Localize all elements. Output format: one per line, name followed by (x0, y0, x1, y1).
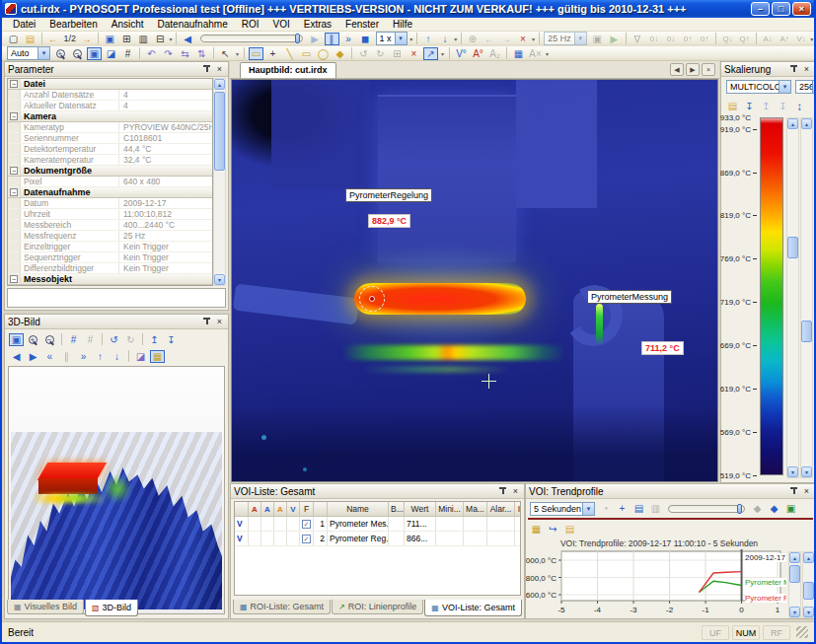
trend-jump-icon[interactable]: ↪ (546, 523, 560, 536)
minimize-button[interactable]: – (751, 2, 770, 16)
parameter-row[interactable]: Kameratyp PYROVIEW 640NC/25HZ/17 X13 (8, 122, 212, 133)
detach-left-icon[interactable]: ← (482, 33, 496, 45)
visibility-checkbox[interactable]: ✓ (302, 520, 311, 529)
parameter-row[interactable]: Messbereich 400...2440 °C (8, 220, 212, 231)
list-tab[interactable]: ▦ ROI-Liste: Gesamt (233, 600, 331, 614)
palette-dropdown-icon[interactable]: ▾ (779, 81, 790, 93)
trend-color-icon[interactable]: ▦ (529, 523, 544, 536)
parameter-row[interactable]: Einzeltrigger Kein Trigger (8, 242, 212, 252)
next-dataset-icon[interactable]: → (79, 33, 94, 45)
parameter-row[interactable]: Seriennummer C1018601 (8, 133, 212, 144)
collapse-icon[interactable]: − (10, 80, 18, 88)
frequency-dropdown-icon[interactable]: ▾ (574, 33, 586, 44)
alarm-sort-icon[interactable]: A (249, 502, 261, 516)
alarm-label-icon[interactable]: A° (471, 47, 485, 60)
alarm-down-icon[interactable]: A↓ (761, 33, 776, 45)
column-mini[interactable]: Mini... (436, 502, 464, 516)
playback-slider[interactable] (200, 35, 303, 42)
scroll-up-icon[interactable]: ▴ (214, 79, 225, 90)
scale-min-up-icon[interactable]: ↥ (759, 100, 774, 112)
redo-icon[interactable]: ↻ (373, 47, 388, 60)
trend-properties-icon[interactable]: ◆ (767, 502, 781, 515)
rotate-3d-left-icon[interactable]: ↺ (107, 333, 121, 346)
alarm-sort3-icon[interactable]: A (274, 502, 287, 516)
snapshot-icon[interactable]: ◪ (133, 350, 148, 363)
pause-icon[interactable]: ∥ (325, 33, 339, 45)
open-palette-icon[interactable]: ▤ (725, 100, 740, 112)
visibility-checkbox[interactable]: ✓ (302, 535, 311, 543)
up-3d-icon[interactable]: ↑ (93, 350, 108, 363)
texture-icon[interactable]: ▦ (150, 350, 165, 363)
play-3d-icon[interactable]: ▶ (26, 350, 40, 363)
view-tab[interactable]: ▦ Visuelles Bild (7, 600, 84, 614)
pause-3d-icon[interactable]: ∥ (59, 350, 74, 363)
grid-3d-icon[interactable]: # (66, 333, 81, 346)
scroll-down-icon[interactable]: ▾ (803, 607, 814, 617)
speed-combo[interactable]: 1 x ▾ (376, 32, 408, 45)
pin-icon[interactable] (497, 486, 508, 497)
parameter-row[interactable]: Pixel 640 x 480 (8, 177, 212, 187)
parameter-row[interactable]: Sequenztrigger Kein Trigger (8, 252, 212, 263)
parameter-row[interactable]: Anzahl Datensätze 4 (8, 90, 212, 101)
scroll-thumb[interactable] (803, 582, 814, 600)
pin-icon[interactable] (788, 64, 799, 75)
parameter-row[interactable]: Kameratemperatur 32,4 °C (8, 155, 212, 166)
alarm-sort2-icon[interactable]: A (261, 502, 274, 516)
parameter-row[interactable]: Detektortemperatur 44,4 °C (8, 144, 212, 155)
zoom-out-3d-icon[interactable]: − (42, 333, 57, 346)
voi-label-regelung[interactable]: PyrometerRegelung (345, 188, 432, 202)
thermal-image[interactable]: PyrometerRegelung 882,9 °C PyrometerMess… (231, 79, 718, 482)
parameter-row[interactable]: − Datei (8, 79, 212, 90)
roi-line-icon[interactable]: ╲ (282, 47, 297, 60)
sequence-down-icon[interactable]: Q↓ (720, 33, 735, 45)
roi-ellipse-icon[interactable]: ◯ (316, 47, 331, 60)
fast-forward-icon[interactable]: » (341, 33, 356, 45)
color-scale-bar[interactable] (760, 117, 783, 475)
levels-dropdown-icon[interactable]: ▾ (812, 81, 816, 93)
maximize-button[interactable]: □ (772, 2, 790, 16)
parameter-row[interactable]: Uhrzeit 11:00:10,812 (8, 209, 212, 220)
rotate-right-icon[interactable]: ↷ (161, 47, 176, 60)
column-iop[interactable]: IO-P... (515, 502, 521, 516)
scroll-down-icon[interactable]: ▾ (789, 607, 800, 617)
scroll-down-icon[interactable]: ▾ (214, 274, 225, 285)
trend-save-icon[interactable]: ▤ (562, 523, 577, 536)
parameter-row[interactable]: − Kamera (8, 111, 212, 122)
roi-copy-icon[interactable]: ⊞ (390, 47, 405, 60)
close-view-icon[interactable]: × (515, 33, 530, 45)
raise-3d-icon[interactable]: ↥ (147, 333, 162, 346)
toolbar-overflow-icon[interactable]: ▾ (409, 33, 413, 45)
frequency-combo[interactable]: 25 Hz ▾ (544, 32, 587, 45)
rotate-3d-right-icon[interactable]: ↻ (123, 333, 138, 346)
scroll-down-dataset-icon[interactable]: ↓ (438, 33, 453, 45)
print-preview-icon[interactable]: ⊟ (153, 33, 168, 45)
column-ma[interactable]: Ma... (464, 502, 487, 516)
palette-combo[interactable]: MULTICOLOR ▾ (726, 80, 791, 94)
scroll-up-icon[interactable]: ▴ (789, 552, 800, 563)
menu-item[interactable]: Extras (297, 19, 338, 30)
voi-label-messung[interactable]: PyrometerMessung (587, 290, 672, 304)
interval-drop-icon[interactable]: ▾ (582, 503, 594, 515)
parameter-panel-header[interactable]: Parameter × (5, 62, 228, 77)
roi-delete-icon[interactable]: × (407, 47, 421, 60)
column-alar[interactable]: Alar... (487, 502, 515, 516)
down-3d-icon[interactable]: ↓ (110, 350, 124, 363)
voi-table-header[interactable]: A A A V F Name B... Wert Mini... Ma... A… (235, 502, 520, 517)
trend-panel-header[interactable]: VOI: Trendprofile × (526, 484, 815, 499)
copy-icon[interactable]: ⊞ (119, 33, 134, 45)
zoom-in-icon[interactable]: + (53, 47, 68, 60)
tab-close-icon[interactable]: × (702, 63, 715, 76)
title-bar[interactable]: cut.irdx - PYROSOFT Professional test [O… (2, 0, 814, 18)
full-scale-icon[interactable]: ↨ (809, 100, 816, 112)
roi-rectangle-icon[interactable]: ▭ (299, 47, 314, 60)
interval-combo[interactable]: 5 Sekunden ▾ (530, 502, 595, 516)
trend-zoom-icon[interactable]: ◔ (598, 502, 613, 515)
column-f[interactable]: F (300, 502, 314, 516)
parameter-row[interactable]: − Messobjekt (8, 274, 212, 285)
voi-list-panel-header[interactable]: VOI-Liste: Gesamt × (231, 484, 524, 499)
parameter-row[interactable]: Datum 2009-12-17 (8, 198, 212, 209)
toolbar-overflow-icon[interactable]: ▾ (169, 33, 173, 45)
image-mode-icon[interactable]: ◪ (104, 47, 118, 60)
flip-horizontal-icon[interactable]: ⇆ (178, 47, 192, 60)
voi-label-icon[interactable]: V° (454, 47, 469, 60)
